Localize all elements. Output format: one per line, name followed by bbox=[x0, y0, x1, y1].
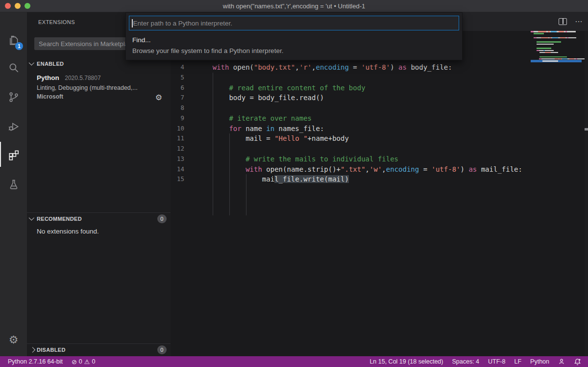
line-content bbox=[192, 103, 196, 113]
minimap-line bbox=[531, 60, 585, 62]
line-content: # iterate over names bbox=[192, 113, 312, 124]
activity-explorer-files-icon[interactable]: 1 bbox=[0, 27, 27, 54]
line-number: 15 bbox=[171, 174, 192, 184]
recommended-count-badge: 0 bbox=[157, 214, 167, 223]
line-content: # write the mails to individual files bbox=[192, 154, 398, 164]
line-content: mail_file.write(mail) bbox=[192, 174, 349, 184]
line-content: for name in names_file: bbox=[192, 124, 324, 134]
zoom-window-button[interactable] bbox=[24, 3, 30, 9]
code-line-5[interactable]: 5 bbox=[171, 73, 522, 83]
minimap-line bbox=[531, 50, 585, 52]
code-line-11[interactable]: 11 mail = "Hello "+name+body bbox=[171, 133, 522, 144]
section-disabled-label: DISABLED bbox=[37, 347, 66, 353]
error-count: 0 bbox=[79, 358, 82, 365]
cursor-position-status[interactable]: Ln 15, Col 19 (18 selected) bbox=[369, 358, 443, 365]
line-number: 5 bbox=[171, 73, 192, 83]
manage-gear-icon[interactable]: ⚙ bbox=[0, 326, 27, 353]
line-content: with open("body.txt",'r',encoding = 'utf… bbox=[192, 62, 452, 73]
minimap-line bbox=[531, 31, 585, 32]
minimap-line bbox=[531, 54, 585, 55]
line-content: with open(name.strip()+".txt",'w',encodi… bbox=[192, 164, 522, 175]
find-option-detail: Browse your file system to find a Python… bbox=[132, 47, 283, 54]
activity-source-control-source-control-icon[interactable] bbox=[0, 83, 27, 110]
code-line-15[interactable]: 15 mail_file.write(mail) bbox=[171, 174, 522, 184]
window-title: with open("names.txt",'r',encoding = 'ut… bbox=[0, 2, 588, 10]
line-number: 10 bbox=[171, 124, 192, 134]
feedback-icon[interactable] bbox=[558, 358, 565, 365]
minimize-window-button[interactable] bbox=[15, 3, 21, 9]
minimap-line bbox=[531, 58, 585, 60]
activity-extensions-extensions-icon[interactable] bbox=[0, 141, 27, 168]
warning-icon: ⚠ bbox=[84, 359, 90, 365]
activity-run-debug-run-debug-icon[interactable] bbox=[0, 113, 27, 140]
line-number: 9 bbox=[171, 113, 192, 124]
section-disabled[interactable]: DISABLED 0 bbox=[27, 343, 171, 355]
extension-description: Linting, Debugging (multi-threaded,... bbox=[37, 84, 162, 91]
code-line-7[interactable]: 7 body = body_file.read() bbox=[171, 93, 522, 103]
scrollbar[interactable] bbox=[585, 31, 588, 356]
explorer-badge: 1 bbox=[15, 42, 23, 50]
activity-testing-beaker-icon[interactable] bbox=[0, 171, 27, 198]
overview-ruler-mark bbox=[585, 128, 588, 131]
more-actions-icon[interactable]: … bbox=[575, 20, 583, 24]
eol-status[interactable]: LF bbox=[514, 358, 521, 365]
section-recommended[interactable]: RECOMMENDED 0 bbox=[27, 212, 171, 224]
code-editor[interactable]: 4 with open("body.txt",'r',encoding = 'u… bbox=[171, 31, 588, 356]
line-number: 11 bbox=[171, 133, 192, 144]
language-status[interactable]: Python bbox=[530, 358, 549, 365]
minimap-line bbox=[531, 44, 585, 45]
chevron-down-icon bbox=[29, 215, 34, 220]
editor-actions: … bbox=[559, 12, 583, 31]
code-content[interactable]: 4 with open("body.txt",'r',encoding = 'u… bbox=[171, 62, 522, 184]
minimap-line bbox=[531, 41, 585, 43]
code-line-10[interactable]: 10 for name in names_file: bbox=[171, 124, 522, 134]
minimap-line bbox=[531, 46, 585, 47]
chevron-down-icon bbox=[29, 60, 34, 65]
code-line-6[interactable]: 6 # read entire content of the body bbox=[171, 83, 522, 93]
no-extensions-message: No extensions found. bbox=[37, 228, 99, 235]
input-placeholder: Enter path to a Python interpreter. bbox=[133, 20, 233, 27]
encoding-status[interactable]: UTF-8 bbox=[488, 358, 505, 365]
extension-version: 2020.5.78807 bbox=[65, 75, 100, 81]
activity-search-search-icon[interactable] bbox=[0, 54, 27, 81]
minimap-line bbox=[531, 35, 585, 37]
extension-gear-icon[interactable]: ⚙ bbox=[155, 94, 162, 102]
minimap-line bbox=[531, 39, 585, 41]
close-window-button[interactable] bbox=[5, 3, 11, 9]
title-bar: with open("names.txt",'r',encoding = 'ut… bbox=[0, 0, 588, 12]
code-line-12[interactable]: 12 bbox=[171, 144, 522, 154]
line-content: body = body_file.read() bbox=[192, 93, 324, 103]
text-caret bbox=[132, 19, 133, 27]
code-line-9[interactable]: 9 # iterate over names bbox=[171, 113, 522, 124]
problems-status[interactable]: ⊘ 0 ⚠ 0 bbox=[72, 358, 95, 365]
section-enabled-label: ENABLED bbox=[37, 61, 64, 67]
line-number: 7 bbox=[171, 93, 192, 103]
extension-publisher: Microsoft bbox=[37, 93, 171, 100]
minimap[interactable] bbox=[531, 31, 585, 356]
indentation-status[interactable]: Spaces: 4 bbox=[452, 358, 479, 365]
extensions-sidebar: EXTENSIONS ENABLED Python 2020.5.78807 L… bbox=[27, 12, 171, 356]
status-bar: Python 2.7.16 64-bit ⊘ 0 ⚠ 0 Ln 15, Col … bbox=[0, 356, 588, 367]
disabled-count-badge: 0 bbox=[157, 345, 167, 354]
code-line-14[interactable]: 14 with open(name.strip()+".txt",'w',enc… bbox=[171, 164, 522, 175]
find-option[interactable]: Find... bbox=[132, 36, 151, 44]
minimap-line bbox=[531, 37, 585, 39]
line-content: mail = "Hello "+name+body bbox=[192, 133, 349, 144]
split-editor-icon[interactable] bbox=[559, 18, 567, 25]
interpreter-status[interactable]: Python 2.7.16 64-bit bbox=[8, 358, 63, 365]
line-number: 12 bbox=[171, 144, 192, 154]
section-recommended-label: RECOMMENDED bbox=[37, 216, 82, 222]
line-number: 14 bbox=[171, 164, 192, 175]
notifications-bell-icon[interactable] bbox=[574, 358, 581, 366]
minimap-line bbox=[531, 52, 585, 53]
line-content bbox=[192, 73, 196, 83]
line-content bbox=[192, 144, 196, 154]
line-number: 4 bbox=[171, 62, 192, 73]
interpreter-path-input[interactable]: Enter path to a Python interpreter. bbox=[129, 16, 459, 30]
sidebar-title: EXTENSIONS bbox=[38, 19, 75, 25]
chevron-right-icon bbox=[30, 347, 35, 352]
extension-item-python[interactable]: Python 2020.5.78807 Linting, Debugging (… bbox=[27, 70, 171, 103]
code-line-4[interactable]: 4 with open("body.txt",'r',encoding = 'u… bbox=[171, 62, 522, 73]
code-line-8[interactable]: 8 bbox=[171, 103, 522, 113]
code-line-13[interactable]: 13 # write the mails to individual files bbox=[171, 154, 522, 164]
